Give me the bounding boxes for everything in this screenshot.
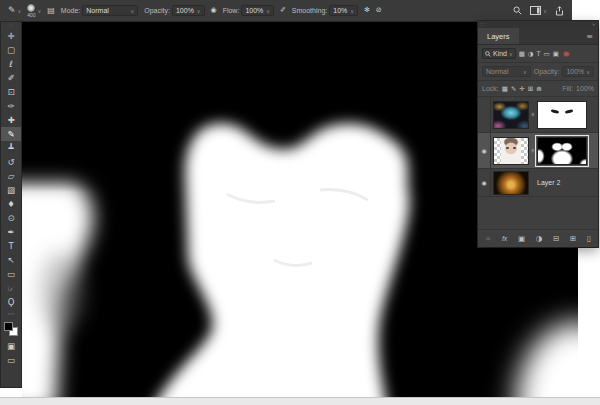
- tool-lasso[interactable]: ℓ: [1, 57, 21, 71]
- layer-name: Layer 2: [537, 179, 560, 186]
- toolbar-more-tools[interactable]: ⋯: [1, 309, 21, 319]
- lock-label: Lock:: [482, 85, 499, 92]
- panel-drag-dots-icon: ∷: [481, 22, 484, 27]
- tool-rectangular-marquee[interactable]: ▢: [1, 43, 21, 57]
- filter-smart-objects-icon[interactable]: ▣: [553, 50, 559, 58]
- tool-blur[interactable]: ♦: [1, 197, 21, 211]
- pen-icon: ✒: [7, 228, 14, 237]
- tool-eyedropper[interactable]: ✑: [1, 99, 21, 113]
- layer-mask-thumbnail-bust[interactable]: [537, 137, 587, 165]
- brush-preview: 400: [27, 4, 35, 18]
- flow-label: Flow:: [223, 7, 240, 14]
- tool-pen[interactable]: ✒: [1, 225, 21, 239]
- layer-filtering-toggle[interactable]: [563, 51, 570, 57]
- blend-mode-value: Normal: [86, 7, 109, 14]
- tool-quick-mask[interactable]: ▣: [1, 339, 21, 353]
- layer-row-masquerade[interactable]: ∞: [478, 97, 598, 133]
- tool-type[interactable]: T: [1, 239, 21, 253]
- chevron-down-icon: ∨: [509, 51, 513, 57]
- brush-settings-panel-toggle[interactable]: ▤: [47, 7, 55, 15]
- panel-collapse-icon[interactable]: »: [592, 22, 595, 27]
- adjustment-layer-icon[interactable]: ◑: [536, 234, 543, 243]
- tool-clone-stamp[interactable]: ┻: [1, 141, 21, 155]
- eye-icon: ◉: [481, 179, 486, 186]
- tab-layers[interactable]: Layers: [478, 28, 519, 44]
- panel-tab-bar: Layers ≡: [478, 28, 598, 45]
- visibility-toggle[interactable]: ◉: [478, 169, 491, 196]
- visibility-toggle[interactable]: [478, 97, 491, 132]
- path-selection-icon: ↖: [7, 256, 14, 265]
- chevron-down-icon: ∨: [543, 8, 547, 14]
- pressure-opacity-icon[interactable]: ◉: [211, 7, 217, 14]
- tool-rectangle-shape[interactable]: ▭: [1, 267, 21, 281]
- search-icon[interactable]: [513, 6, 522, 15]
- panel-menu-icon[interactable]: ≡: [581, 32, 598, 41]
- tool-zoom[interactable]: Ϙ: [1, 295, 21, 309]
- blend-mode-select[interactable]: Normal ∨: [82, 5, 138, 16]
- delete-layer-icon[interactable]: ▯: [587, 234, 591, 243]
- flow-select[interactable]: 100% ∨: [241, 5, 274, 16]
- tool-dodge[interactable]: ⊙: [1, 211, 21, 225]
- shape-icon: ▭: [7, 270, 15, 279]
- foreground-color-swatch[interactable]: [4, 322, 13, 331]
- pressure-size-icon[interactable]: ⊘: [376, 7, 382, 14]
- tool-eraser[interactable]: ▱: [1, 169, 21, 183]
- tool-quick-selection[interactable]: ✐: [1, 71, 21, 85]
- opacity-select[interactable]: 100% ∨: [172, 5, 205, 16]
- lock-all-icon[interactable]: ⋒: [536, 85, 541, 93]
- layer-blend-mode-select[interactable]: Normal ∨: [482, 66, 531, 77]
- tool-gradient[interactable]: ▨: [1, 183, 21, 197]
- tool-screen-mode[interactable]: ▭: [1, 353, 21, 367]
- link-layers-icon[interactable]: ∞: [485, 234, 491, 243]
- filter-shape-layers-icon[interactable]: ▭: [544, 50, 550, 58]
- eye-icon: ◉: [481, 147, 486, 154]
- new-group-icon[interactable]: ⊟: [553, 234, 559, 243]
- lock-transparency-icon[interactable]: ▦: [502, 85, 508, 93]
- lock-position-icon[interactable]: ✛: [519, 85, 524, 93]
- brush-preset-picker[interactable]: 400 ∨: [27, 4, 41, 18]
- layer-opacity-select[interactable]: 100% ∨: [562, 66, 594, 77]
- color-swatches[interactable]: [4, 322, 18, 336]
- tool-brush[interactable]: ✎: [1, 127, 21, 141]
- smoothing-label: Smoothing:: [292, 7, 327, 14]
- visibility-toggle[interactable]: ◉: [478, 133, 491, 168]
- layer-row-layer2[interactable]: ◉ Layer 2: [478, 169, 598, 197]
- mask-eye-mark-right: [564, 109, 572, 113]
- layer-mask-thumbnail-white[interactable]: [537, 101, 587, 129]
- fill-label: Fill:: [562, 85, 573, 92]
- dodge-icon: ⊙: [7, 214, 14, 223]
- layer-style-icon[interactable]: fx: [502, 235, 507, 242]
- chevron-down-icon: ∨: [350, 8, 354, 14]
- opacity-value: 100%: [176, 7, 194, 14]
- window-bottom-edge: [0, 397, 600, 405]
- filter-kind-select[interactable]: Kind ∨: [482, 48, 516, 59]
- tool-spot-healing-brush[interactable]: ✚: [1, 113, 21, 127]
- panel-title-strip[interactable]: ∷ »: [478, 21, 598, 28]
- smoothing-gear-icon[interactable]: ✻: [364, 7, 370, 14]
- lock-artboard-icon[interactable]: ⊞: [528, 85, 533, 93]
- filter-adjustment-layers-icon[interactable]: ◑: [528, 50, 534, 58]
- layer-row-face[interactable]: ◉ ∞: [478, 133, 598, 169]
- tool-preset-picker[interactable]: ✎ ∨: [8, 6, 21, 15]
- tool-history-brush[interactable]: ↺: [1, 155, 21, 169]
- filter-type-layers-icon[interactable]: T: [537, 50, 541, 58]
- filter-pixel-layers-icon[interactable]: ▩: [519, 50, 525, 58]
- workspace-switcher[interactable]: ∨: [530, 6, 547, 15]
- layer-thumbnail-lion[interactable]: [493, 171, 529, 195]
- new-layer-icon[interactable]: ⊞: [570, 234, 576, 243]
- share-icon[interactable]: [555, 6, 564, 16]
- add-layer-mask-icon[interactable]: ▣: [518, 234, 525, 243]
- quick-mask-icon: ▣: [7, 342, 15, 351]
- face-eye-right: [513, 147, 516, 149]
- tool-path-selection[interactable]: ↖: [1, 253, 21, 267]
- lock-paint-icon[interactable]: ✎: [511, 85, 516, 93]
- fill-value: 100%: [576, 85, 594, 92]
- tool-move[interactable]: ✛: [1, 29, 21, 43]
- layer-thumbnail-masquerade[interactable]: [493, 101, 529, 129]
- tool-crop[interactable]: ⊡: [1, 85, 21, 99]
- toolbar-drag-handle[interactable]: ∷: [1, 22, 21, 29]
- airbrush-icon[interactable]: ✐: [280, 7, 286, 14]
- tool-hand[interactable]: ☞: [1, 281, 21, 295]
- smoothing-select[interactable]: 10% ∨: [329, 5, 358, 16]
- layer-thumbnail-face[interactable]: [493, 137, 529, 165]
